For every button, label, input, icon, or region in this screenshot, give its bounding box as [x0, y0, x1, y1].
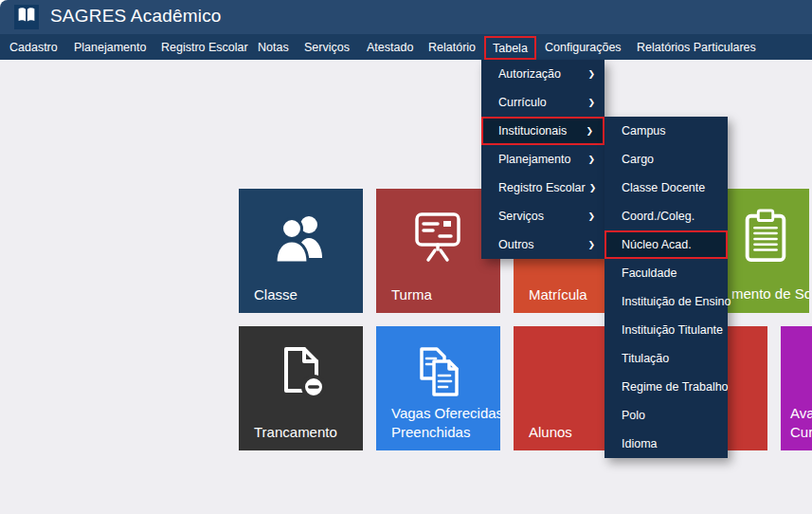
menu-item-configuracoes[interactable]: Configurações [545, 34, 622, 60]
menu-item-relatorios-particulares[interactable]: Relatórios Particulares [637, 34, 756, 60]
page-title: SAGRES Acadêmico [50, 6, 222, 27]
submenu-item-regime-de-trabalho[interactable]: Regime de Trabalho [604, 373, 728, 401]
menu-item-tabela[interactable]: Tabela [484, 36, 536, 60]
dropdown-item-outros[interactable]: Outros ❯ [481, 230, 604, 259]
submenu-arrow-icon: ❯ [587, 156, 595, 164]
institucionais-submenu: Campus Cargo Classe Docente Coord./Coleg… [604, 117, 728, 458]
dropdown-item-planejamento[interactable]: Planejamento ❯ [481, 145, 604, 174]
tile-label: Matrícula [529, 285, 587, 304]
tile-label: Classe [254, 285, 298, 304]
tile-classe[interactable]: Classe [239, 189, 363, 313]
app-logo [14, 5, 39, 29]
dropdown-item-servicos[interactable]: Serviços ❯ [481, 202, 604, 230]
submenu-item-instituicao-titulante[interactable]: Instituição Titulante [604, 316, 728, 344]
tile-label: mento de Soli [731, 285, 809, 303]
dropdown-item-institucionais[interactable]: Institucionais ❯ [481, 117, 604, 145]
submenu-item-classe-docente[interactable]: Classe Docente [604, 174, 728, 202]
submenu-arrow-icon: ❯ [587, 99, 595, 107]
submenu-item-coord-coleg[interactable]: Coord./Coleg. [604, 202, 728, 230]
tabela-dropdown-menu: Autorização ❯ Currículo ❯ Institucionais… [481, 60, 604, 259]
app-window: SAGRES Acadêmico Cadastro Planejamento R… [0, 0, 812, 514]
dropdown-item-curriculo[interactable]: Currículo ❯ [481, 88, 604, 117]
menu-item-relatorio[interactable]: Relatório [428, 34, 476, 60]
presentation-board-icon [407, 208, 468, 270]
tile-label: Vagas Oferecidas/ Preenchidas [391, 404, 500, 442]
tile-trancamento[interactable]: Trancamento [239, 326, 363, 450]
tile-label: Ava Cur [790, 404, 812, 442]
submenu-arrow-icon: ❯ [587, 241, 595, 249]
submenu-item-faculdade[interactable]: Faculdade [604, 259, 728, 287]
submenu-item-cargo[interactable]: Cargo [604, 145, 728, 174]
submenu-item-nucleo-acad[interactable]: Núcleo Acad. [604, 230, 728, 259]
dropdown-item-autorizacao[interactable]: Autorização ❯ [481, 60, 604, 88]
tile-label: Alunos [529, 423, 572, 442]
submenu-item-instituicao-de-ensino[interactable]: Instituição de Ensino [604, 287, 728, 316]
submenu-item-campus[interactable]: Campus [604, 117, 728, 145]
submenu-arrow-icon: ❯ [589, 184, 597, 193]
submenu-item-polo[interactable]: Polo [604, 401, 728, 430]
tile-label: Turma [391, 285, 432, 304]
tile-vagas-oferecidas-preenchidas[interactable]: Vagas Oferecidas/ Preenchidas [376, 326, 500, 450]
app-header: SAGRES Acadêmico [0, 0, 812, 34]
menu-item-notas[interactable]: Notas [258, 34, 289, 60]
submenu-arrow-icon: ❯ [587, 212, 595, 221]
documents-icon [409, 344, 466, 405]
menu-item-servicos[interactable]: Serviços [304, 34, 350, 60]
menu-item-atestado[interactable]: Atestado [367, 34, 413, 60]
menu-item-planejamento[interactable]: Planejamento [74, 34, 146, 60]
people-icon [270, 208, 331, 270]
submenu-arrow-icon: ❯ [586, 127, 593, 136]
clipboard-icon [739, 209, 792, 267]
menu-item-cadastro[interactable]: Cadastro [9, 34, 58, 60]
submenu-item-idioma[interactable]: Idioma [604, 430, 728, 458]
open-book-icon [16, 6, 37, 28]
tile-avaliacao[interactable]: Ava Cur [781, 326, 812, 450]
document-remove-icon [273, 342, 330, 407]
submenu-arrow-icon: ❯ [587, 70, 595, 79]
tile-label: Trancamento [254, 423, 337, 442]
dropdown-item-registro-escolar[interactable]: Registro Escolar ❯ [481, 174, 604, 202]
menu-item-registro-escolar[interactable]: Registro Escolar [161, 34, 248, 60]
menu-bar: Cadastro Planejamento Registro Escolar N… [0, 34, 812, 60]
submenu-item-titulacao[interactable]: Titulação [604, 344, 728, 373]
